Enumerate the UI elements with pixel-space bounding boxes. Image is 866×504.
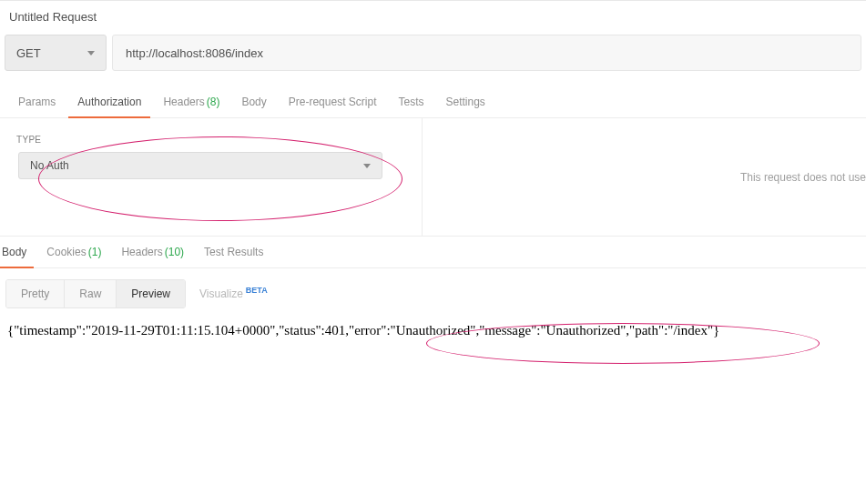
response-body-preview: {"timestamp":"2019-11-29T01:11:15.104+00… bbox=[0, 308, 866, 352]
view-visualize[interactable]: VisualizeBETA bbox=[186, 279, 281, 308]
http-method-value: GET bbox=[16, 46, 41, 60]
request-title: Untitled Request bbox=[0, 1, 866, 35]
headers-count: (8) bbox=[207, 96, 220, 108]
request-url-value: http://localhost:8086/index bbox=[126, 46, 263, 60]
resp-headers-count: (10) bbox=[165, 246, 184, 258]
chevron-down-icon bbox=[363, 164, 371, 168]
auth-description: This request does not use bbox=[423, 118, 866, 236]
tab-body[interactable]: Body bbox=[230, 87, 277, 117]
auth-type-value: No Auth bbox=[30, 159, 69, 172]
resp-tab-body[interactable]: Body bbox=[0, 237, 37, 267]
tab-tests[interactable]: Tests bbox=[387, 87, 434, 117]
resp-tab-headers[interactable]: Headers(10) bbox=[119, 237, 195, 267]
resp-tab-testresults[interactable]: Test Results bbox=[202, 237, 274, 267]
tab-params[interactable]: Params bbox=[7, 87, 66, 117]
beta-badge: BETA bbox=[246, 286, 268, 295]
request-bar: GET http://localhost:8086/index bbox=[0, 35, 866, 87]
tab-authorization[interactable]: Authorization bbox=[66, 87, 152, 117]
auth-type-select[interactable]: No Auth bbox=[18, 152, 382, 179]
auth-panel: TYPE No Auth This request does not use bbox=[0, 118, 866, 237]
view-raw[interactable]: Raw bbox=[65, 280, 117, 307]
auth-type-label: TYPE bbox=[16, 135, 405, 145]
view-pretty[interactable]: Pretty bbox=[6, 280, 65, 307]
view-mode-segment: Pretty Raw Preview bbox=[5, 279, 186, 308]
cookies-count: (1) bbox=[88, 246, 102, 258]
resp-tab-cookies[interactable]: Cookies(1) bbox=[45, 237, 112, 267]
request-tabs: Params Authorization Headers(8) Body Pre… bbox=[0, 87, 866, 118]
request-url-input[interactable]: http://localhost:8086/index bbox=[112, 35, 861, 71]
tab-settings[interactable]: Settings bbox=[435, 87, 496, 117]
response-view-toolbar: Pretty Raw Preview VisualizeBETA bbox=[0, 279, 866, 308]
view-preview[interactable]: Preview bbox=[117, 280, 185, 307]
chevron-down-icon bbox=[87, 51, 95, 55]
response-tabs: Body Cookies(1) Headers(10) Test Results bbox=[0, 237, 866, 268]
tab-prerequest[interactable]: Pre-request Script bbox=[278, 87, 388, 117]
auth-left-panel: TYPE No Auth bbox=[0, 118, 423, 236]
http-method-select[interactable]: GET bbox=[5, 35, 107, 71]
tab-headers[interactable]: Headers(8) bbox=[152, 87, 230, 117]
